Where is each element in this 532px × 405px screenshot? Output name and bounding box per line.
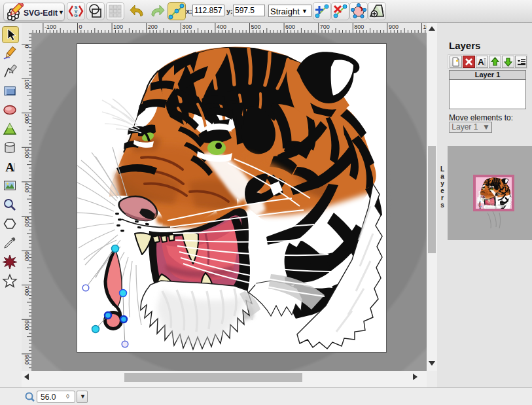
svg-text:900: 900 (389, 24, 399, 30)
svg-text:700: 700 (24, 286, 30, 296)
svg-text:800: 800 (24, 320, 30, 330)
svg-text:A: A (5, 160, 14, 174)
svg-text:0: 0 (79, 24, 82, 30)
svg-text:300: 300 (24, 148, 30, 158)
svg-text:100: 100 (24, 79, 30, 89)
svg-text:200: 200 (148, 24, 158, 30)
svg-text:100: 100 (113, 24, 123, 30)
svg-text:500: 500 (24, 217, 30, 227)
svg-text:600: 600 (285, 24, 295, 30)
svg-text:200: 200 (24, 114, 30, 124)
svg-text:400: 400 (24, 183, 30, 192)
svg-text:-100: -100 (44, 24, 56, 30)
svg-text:G: G (74, 13, 78, 18)
svg-text:800: 800 (354, 24, 364, 30)
svg-text:900: 900 (24, 355, 30, 364)
svg-text:A: A (478, 57, 484, 67)
svg-text:500: 500 (251, 24, 261, 30)
svg-text:600: 600 (24, 251, 30, 261)
svg-text:400: 400 (217, 24, 226, 30)
svg-text:700: 700 (320, 24, 330, 30)
svg-text:300: 300 (182, 24, 192, 30)
